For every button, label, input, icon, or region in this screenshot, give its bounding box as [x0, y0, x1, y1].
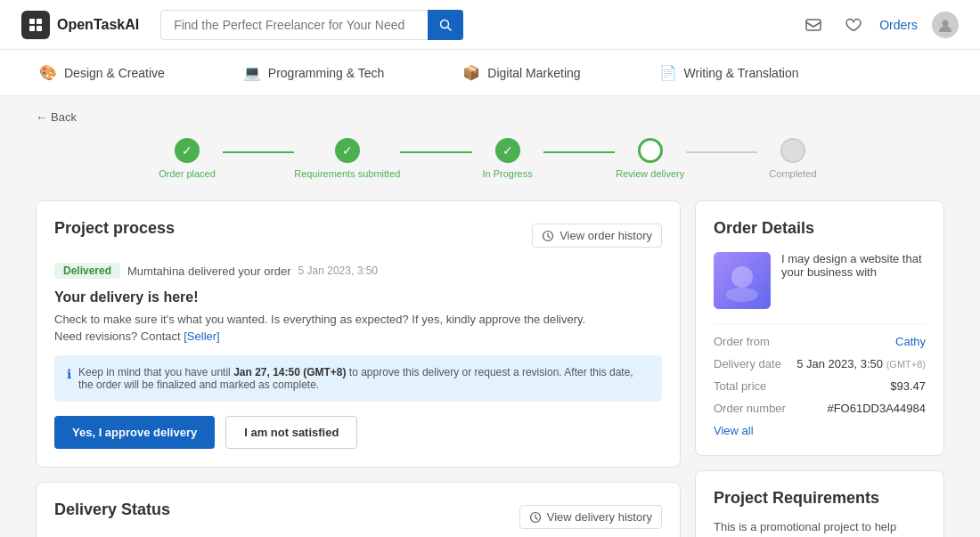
project-requirements-title: Project Requirements [714, 489, 926, 508]
info-text: Keep in mind that you have until Jan 27,… [78, 366, 649, 391]
step-label-requirements: Requirements submitted [294, 168, 400, 179]
left-column: Project process View order history Deliv… [36, 200, 681, 537]
info-box: ℹ Keep in mind that you have until Jan 2… [54, 355, 662, 402]
design-icon: 🎨 [39, 64, 57, 81]
step-line-2 [400, 151, 471, 153]
info-text2: to approve this delivery or request a re… [78, 366, 633, 391]
project-requirements-text: This is a promotional project to help im… [714, 518, 926, 537]
nav-label-design: Design & Creative [64, 66, 165, 80]
delivery-status-title: Delivery Status [54, 500, 170, 519]
nav-label-writing: Writing & Translation [684, 66, 799, 80]
total-price-value: $93.47 [890, 379, 926, 393]
search-button[interactable] [428, 10, 463, 40]
delivered-badge: Delivered [54, 263, 120, 279]
svg-rect-1 [37, 19, 42, 24]
order-details-card: Order Details I may design a website tha… [695, 200, 944, 456]
step-label-order-placed: Order placed [159, 168, 216, 179]
view-all-link[interactable]: View all [714, 424, 926, 437]
svg-point-11 [731, 266, 753, 288]
not-satisfied-button[interactable]: I am not satisfied [225, 416, 357, 449]
step-in-progress: ✓ In Progress [472, 138, 543, 179]
step-line-3 [543, 151, 615, 153]
back-link[interactable]: ← Back [36, 110, 944, 124]
order-number-label: Order number [714, 402, 786, 415]
progress-bar: ✓ Order placed ✓ Requirements submitted … [36, 138, 944, 179]
delivery-info: Delivered Mumtahina delivered your order… [54, 263, 662, 279]
progress-steps: ✓ Order placed ✓ Requirements submitted … [151, 138, 829, 179]
writing-icon: 📄 [659, 64, 677, 81]
marketing-icon: 📦 [462, 64, 480, 81]
delivery-status-card: Delivery Status View delivery history DE… [36, 482, 681, 537]
svg-rect-6 [806, 20, 821, 30]
order-thumb-text: I may design a website that your busines… [781, 252, 926, 279]
project-process-card: Project process View order history Deliv… [36, 200, 681, 468]
step-line-1 [223, 151, 294, 153]
svg-line-5 [448, 27, 452, 30]
svg-point-7 [943, 20, 949, 26]
logo[interactable]: OpenTaskAI [21, 11, 139, 39]
logo-icon [21, 11, 50, 39]
order-number-value: #FO61DD3A44984 [827, 402, 926, 415]
info-date: Jan 27, 14:50 (GMT+8) [233, 366, 346, 378]
total-price-row: Total price $93.47 [714, 379, 926, 393]
delivery-heading: Your delivery is here! [54, 289, 662, 305]
header-right: Orders [801, 12, 959, 38]
avatar[interactable] [932, 12, 959, 38]
step-circle-review [638, 138, 663, 163]
order-meta: Order from Cathy Delivery date 5 Jan 202… [714, 323, 926, 437]
order-from-value: Cathy [895, 335, 926, 348]
delivery-date-tz: (GMT+8) [886, 359, 926, 370]
svg-rect-2 [29, 26, 35, 31]
step-completed: Completed [757, 138, 829, 179]
delivery-body2: Need revisions? Contact [Seller] [54, 330, 662, 343]
delivered-by-text: Mumtahina delivered your order [127, 264, 291, 278]
header: OpenTaskAI Orders [0, 0, 980, 50]
programming-icon: 💻 [243, 64, 261, 81]
step-circle-order-placed: ✓ [175, 138, 200, 163]
delivered-time: 5 Jan 2023, 3:50 [298, 264, 378, 277]
svg-rect-0 [29, 19, 35, 24]
search-bar [160, 10, 463, 40]
search-input[interactable] [160, 10, 463, 40]
info-icon: ℹ [67, 367, 71, 381]
nav-item-design[interactable]: 🎨 Design & Creative [36, 64, 168, 81]
back-arrow-icon: ← [36, 110, 47, 124]
nav-item-programming[interactable]: 💻 Programming & Tech [240, 64, 388, 81]
svg-rect-3 [37, 26, 42, 31]
step-circle-requirements: ✓ [335, 138, 360, 163]
step-line-4 [686, 151, 757, 153]
order-thumbnail: I may design a website that your busines… [714, 252, 926, 309]
step-label-completed: Completed [769, 168, 816, 179]
total-price-label: Total price [714, 379, 766, 393]
step-order-placed: ✓ Order placed [151, 138, 223, 179]
back-label: Back [51, 110, 77, 124]
order-from-row: Order from Cathy [714, 335, 926, 348]
step-circle-in-progress: ✓ [495, 138, 520, 163]
delivery-date-value: 5 Jan 2023, 3:50 (GMT+8) [796, 357, 926, 370]
project-process-title: Project process [54, 219, 175, 238]
delivery-date-row: Delivery date 5 Jan 2023, 3:50 (GMT+8) [714, 357, 926, 370]
view-delivery-history-label: View delivery history [547, 510, 652, 524]
step-circle-completed [780, 138, 805, 163]
svg-point-12 [726, 288, 758, 302]
order-number-row: Order number #FO61DD3A44984 [714, 402, 926, 415]
approve-delivery-button[interactable]: Yes, I approve delivery [54, 416, 215, 449]
delivery-date-label: Delivery date [714, 357, 781, 370]
nav-item-writing[interactable]: 📄 Writing & Translation [656, 64, 803, 81]
step-label-in-progress: In Progress [482, 168, 532, 179]
message-icon[interactable] [801, 12, 826, 37]
nav-item-marketing[interactable]: 📦 Digital Marketing [459, 64, 584, 81]
project-process-header: Project process View order history [54, 219, 662, 252]
seller-link[interactable]: [Seller] [184, 330, 219, 343]
logo-text: OpenTaskAI [57, 17, 139, 33]
view-delivery-history-button[interactable]: View delivery history [519, 505, 662, 529]
order-thumb-image [714, 252, 771, 309]
view-order-history-button[interactable]: View order history [532, 224, 662, 248]
nav-label-programming: Programming & Tech [268, 66, 384, 80]
action-buttons: Yes, I approve delivery I am not satisfi… [54, 416, 662, 449]
orders-link[interactable]: Orders [879, 18, 918, 32]
nav-label-marketing: Digital Marketing [487, 66, 580, 80]
favorites-icon[interactable] [840, 12, 865, 37]
delivery-body1: Check to make sure it's what you wanted.… [54, 313, 662, 326]
delivery-status-header: Delivery Status View delivery history [54, 500, 662, 533]
